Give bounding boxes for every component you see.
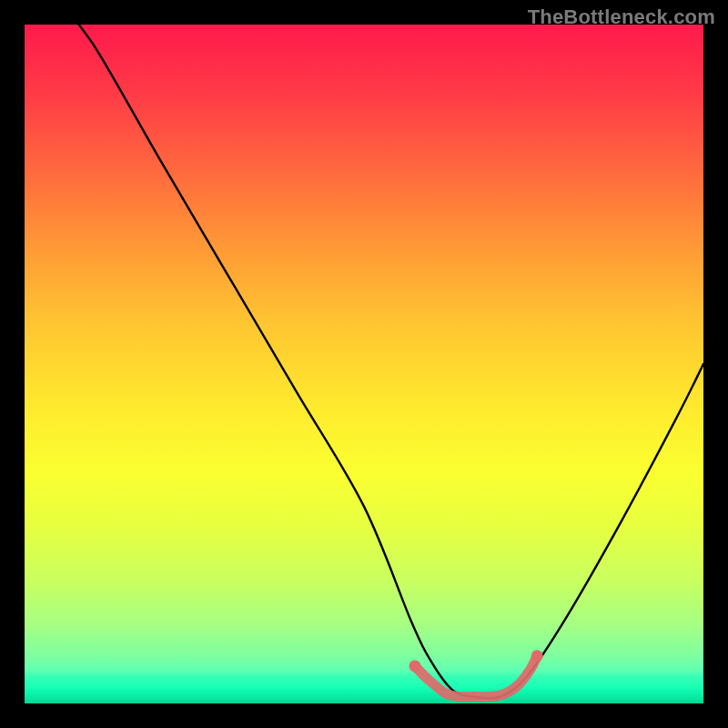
plot-area [25, 25, 703, 703]
curve-layer [25, 25, 703, 703]
flat-region-highlight [415, 656, 537, 697]
flat-region-dot [409, 660, 420, 672]
flat-region-dot [531, 650, 543, 662]
bottleneck-curve [25, 0, 703, 699]
chart-stage: TheBottleneck.com [0, 0, 728, 728]
flat-region-markers [409, 650, 542, 672]
